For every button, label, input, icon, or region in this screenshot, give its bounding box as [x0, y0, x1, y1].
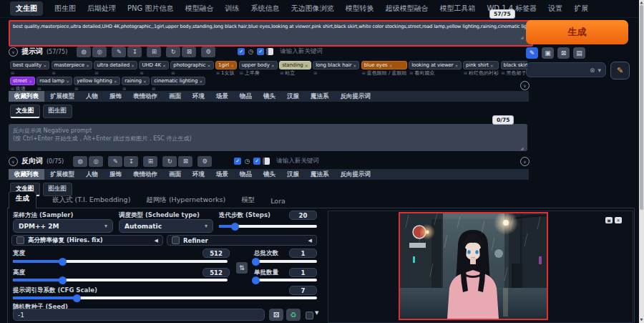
translate-icon[interactable]: ⊞	[52, 70, 56, 76]
styles-dropdown[interactable]: ⊗ ▾	[526, 62, 606, 77]
reuse-seed-button[interactable]: ♻	[286, 309, 301, 321]
category-tab[interactable]: 汉服	[281, 169, 305, 180]
top-tab[interactable]: 文生图	[10, 1, 43, 16]
top-tab[interactable]: 模型转换	[345, 4, 374, 14]
top-tab[interactable]: 系统信息	[250, 4, 279, 14]
category-tab[interactable]: 人物	[80, 169, 104, 180]
width-slider[interactable]	[13, 260, 228, 263]
generate-button[interactable]: 生成	[526, 20, 628, 44]
negative-prompt-textarea[interactable]: 反向提示词 Negative prompt (按 Ctrl+Enter 开始生成…	[9, 124, 527, 151]
category-tab[interactable]: 物品	[234, 91, 258, 102]
prompt-tag-chip[interactable]: looking at viewer ×	[409, 61, 461, 69]
prompt-tag-chip[interactable]: standing ×	[279, 61, 311, 69]
refiner-checkbox[interactable]	[172, 236, 180, 244]
translate-icon[interactable]: ⊞	[171, 70, 175, 76]
category-tab[interactable]: 魔法系	[305, 91, 335, 102]
toolbar-icon-button[interactable]: ⊠	[182, 47, 196, 57]
prompt-tag-chip[interactable]: masterpiece ×	[52, 61, 92, 69]
quick-action-button[interactable]: ⊠	[557, 47, 570, 59]
history-icon[interactable]: ◷	[247, 48, 255, 56]
scroll-up-icon[interactable]: ▲	[639, 0, 644, 4]
remove-tag-icon[interactable]: ×	[199, 79, 203, 84]
toolbar-icon-button[interactable]: ✎	[108, 156, 122, 167]
generation-tab[interactable]: 超网络 (Hypernetworks)	[146, 196, 225, 208]
cfg-input[interactable]: 7	[289, 286, 317, 295]
category-tab[interactable]: 镜头	[258, 169, 281, 180]
quick-action-button[interactable]: ✎	[526, 47, 538, 59]
toolbar-icon-button[interactable]: ⊠	[178, 156, 192, 167]
prompt-tag-chip[interactable]: 1girl ×	[215, 61, 237, 69]
preview-image[interactable]	[399, 212, 548, 320]
resize-handle-icon[interactable]: ◢	[520, 34, 524, 39]
auto-translate-checkbox[interactable]: ✓	[238, 48, 245, 55]
sampler-select[interactable]: DPM++ 2M▾	[13, 219, 113, 233]
remove-tag-icon[interactable]: ×	[305, 63, 308, 68]
category-tab[interactable]: 收藏列表	[9, 169, 44, 180]
category-tab[interactable]: 环境	[187, 169, 210, 180]
hires-fix-checkbox[interactable]	[16, 236, 24, 244]
category-tab[interactable]: 反向提示词	[335, 91, 377, 102]
top-tab[interactable]: 扩展	[574, 4, 588, 14]
steps-input[interactable]: 20	[289, 211, 317, 220]
collapse-icon[interactable]: ∨	[9, 157, 18, 166]
category-tab[interactable]: 镜头	[258, 91, 281, 102]
prompt-tag-chip[interactable]: upper body ×	[239, 61, 278, 69]
scroll-down-icon[interactable]: ▼	[639, 317, 644, 322]
toolbar-icon-button[interactable]: ↻	[162, 156, 177, 167]
prompt-tag-chip[interactable]: cinematic lighting ×	[151, 77, 205, 85]
generation-tab[interactable]: 生成	[9, 191, 36, 208]
prompt-tag-chip[interactable]: blue eyes ×	[361, 61, 407, 69]
translate-icon[interactable]: ⊞	[502, 70, 505, 76]
translate-icon[interactable]: ⊞	[216, 70, 220, 76]
remove-tag-icon[interactable]: ×	[66, 79, 69, 84]
scrollbar-thumb[interactable]	[640, 5, 643, 210]
category-tab[interactable]: 汉服	[281, 91, 305, 102]
quick-action-button[interactable]: ▤	[573, 47, 585, 59]
swap-dimensions-button[interactable]: ⇅	[236, 262, 248, 274]
toolbar-icon-button[interactable]: ⊞	[143, 156, 157, 167]
prompt-tag-chip[interactable]: pink shirt ×	[463, 61, 499, 69]
category-tab[interactable]: 表情动作	[127, 91, 163, 102]
remove-tag-icon[interactable]: ×	[114, 79, 117, 84]
remove-tag-icon[interactable]: ×	[43, 63, 47, 68]
clear-styles-icon[interactable]: ⊗	[590, 67, 595, 74]
prompt-tag-chip[interactable]: street ×	[10, 77, 35, 85]
category-tab[interactable]: 场景	[210, 91, 234, 102]
toolbar-icon-button[interactable]: ◍	[77, 47, 91, 57]
top-tab[interactable]: 图生图	[54, 4, 76, 14]
schedule-select[interactable]: Automatic▾	[119, 219, 213, 233]
new-keyword-input[interactable]: 请输入新关键词	[280, 47, 323, 56]
toolbar-icon-button[interactable]: ⚙	[201, 47, 215, 57]
toolbar-icon-button[interactable]: ◎	[92, 47, 107, 57]
collapse-icon[interactable]: ∨	[9, 47, 18, 57]
collapse-section-icon[interactable]: ∨	[520, 157, 530, 166]
category-tab[interactable]: 画面	[163, 91, 187, 102]
toolbar-icon-button[interactable]: ✎	[112, 47, 126, 57]
translate-icon[interactable]: ⊞	[464, 70, 467, 76]
subtab[interactable]: 图生图	[43, 105, 73, 118]
collapse-section-icon[interactable]: ∨	[520, 81, 530, 90]
toolbar-icon-button[interactable]: ↧	[127, 47, 142, 57]
generation-tab[interactable]: 模型	[241, 196, 255, 208]
remove-tag-icon[interactable]: ×	[86, 63, 89, 68]
toolbar-icon-button[interactable]: ⊞	[147, 47, 161, 57]
toolbar-icon-button[interactable]: ↧	[124, 156, 138, 167]
translate-icon[interactable]: ⊞	[362, 70, 366, 76]
category-tab[interactable]: 收藏列表	[9, 91, 44, 102]
translate-icon[interactable]: ⊞	[140, 70, 143, 76]
top-tab[interactable]: 模型融合	[185, 4, 213, 14]
auto-translate-checkbox[interactable]: ✓	[234, 158, 241, 165]
toolbar-icon-button[interactable]: ⚙	[197, 156, 212, 167]
panel-toggle-button[interactable]	[266, 48, 273, 55]
prompt-tag-chip[interactable]: ultra detailed ×	[94, 61, 137, 69]
quick-action-button[interactable]: ▣	[542, 47, 554, 59]
category-tab[interactable]: 画面	[163, 169, 187, 180]
category-tab[interactable]: 扩展模型	[44, 91, 80, 102]
top-tab[interactable]: 后期处理	[87, 4, 116, 14]
cfg-slider[interactable]	[13, 297, 317, 299]
save-image-button[interactable]: ▣	[605, 217, 613, 223]
category-tab[interactable]: 扩展模型	[44, 169, 80, 180]
toolbar-icon-button[interactable]: ◍	[73, 156, 87, 167]
translate-icon[interactable]: ⊞	[409, 70, 413, 76]
category-tab[interactable]: 场景	[210, 169, 234, 180]
